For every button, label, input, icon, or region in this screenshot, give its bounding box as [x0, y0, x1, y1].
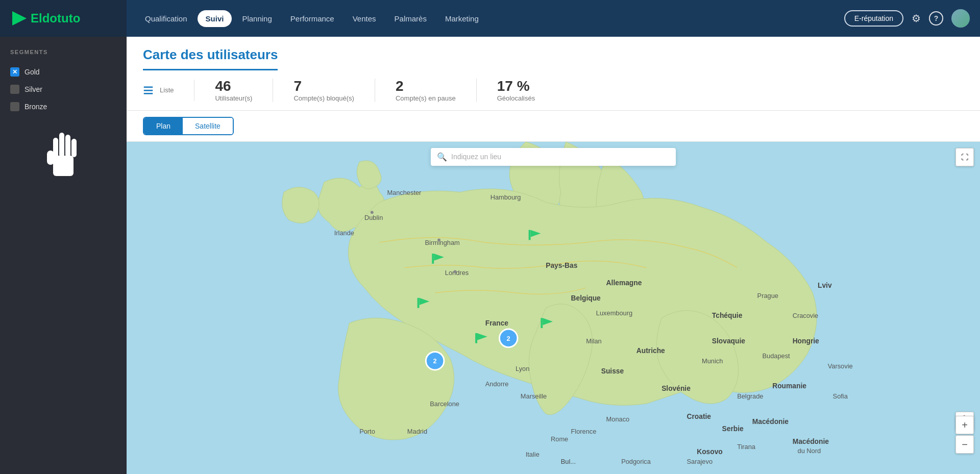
svg-text:Italie: Italie — [526, 450, 540, 458]
liste-label: Liste — [160, 86, 174, 94]
header: Eldotuto Qualification Suivi Planning Pe… — [0, 0, 980, 37]
bloques-label: Compte(s) bloqué(s) — [293, 94, 354, 102]
sidebar-item-silver[interactable]: Silver — [8, 81, 118, 98]
map-controls-bar: Plan Satellite — [127, 111, 980, 142]
svg-text:France: France — [485, 319, 509, 327]
page-header: Carte des utilisateurs — [127, 37, 980, 70]
svg-rect-61 — [529, 230, 531, 240]
svg-text:2: 2 — [507, 335, 510, 342]
svg-text:Kosovo: Kosovo — [697, 447, 723, 456]
svg-text:Prague: Prague — [757, 292, 778, 300]
svg-text:Sofia: Sofia — [833, 392, 848, 400]
svg-text:Macédonie: Macédonie — [793, 437, 829, 445]
pause-number: 2 — [396, 79, 456, 94]
svg-rect-4 — [71, 139, 77, 157]
segments-label: SEGMENTS — [8, 49, 118, 55]
svg-rect-5 — [47, 151, 54, 165]
svg-rect-63 — [418, 298, 420, 308]
content-area: Carte des utilisateurs ≡ Liste 46 Utilis… — [127, 37, 980, 474]
svg-text:Cracovie: Cracovie — [793, 312, 819, 319]
bloques-number: 7 — [293, 79, 354, 94]
svg-text:Florence: Florence — [571, 428, 597, 435]
satellite-toggle-button[interactable]: Satellite — [183, 118, 233, 134]
geolocal-label: Géolocalisés — [497, 94, 535, 102]
svg-text:Macédonie: Macédonie — [752, 417, 789, 425]
svg-point-13 — [454, 270, 457, 273]
svg-text:Allemagne: Allemagne — [606, 279, 642, 287]
sidebar-item-bronze[interactable]: Bronze — [8, 98, 118, 115]
svg-text:Milan: Milan — [586, 337, 602, 344]
svg-text:Londres: Londres — [445, 269, 469, 277]
help-icon[interactable]: ? — [929, 11, 943, 26]
svg-text:Madrid: Madrid — [407, 428, 427, 435]
svg-text:Porto: Porto — [359, 428, 375, 435]
main-nav: Qualification Suivi Planning Performance… — [137, 10, 844, 27]
svg-text:Tirana: Tirana — [737, 443, 756, 451]
silver-checkbox[interactable] — [10, 85, 19, 94]
plan-toggle-button[interactable]: Plan — [144, 118, 183, 134]
svg-text:du Nord: du Nord — [798, 447, 821, 455]
svg-point-9 — [371, 211, 374, 214]
page-title: Carte des utilisateurs — [143, 47, 278, 70]
svg-text:2: 2 — [433, 357, 437, 365]
map-container[interactable]: Irlande Dublin Birmingham Londres Manche… — [127, 142, 980, 474]
nav-suivi[interactable]: Suivi — [198, 10, 232, 27]
stats-row: ≡ Liste 46 Utilisateur(s) 7 Compte(s) bl… — [127, 70, 980, 111]
svg-point-11 — [437, 238, 440, 241]
svg-text:Hongrie: Hongrie — [793, 336, 819, 344]
nav-qualification[interactable]: Qualification — [137, 10, 195, 27]
svg-text:Munich: Munich — [702, 357, 723, 365]
sidebar: SEGMENTS ✕ Gold Silver Bronze — [0, 37, 127, 474]
main-layout: SEGMENTS ✕ Gold Silver Bronze — [0, 37, 980, 474]
svg-rect-2 — [59, 133, 64, 157]
gold-label: Gold — [24, 68, 40, 76]
map-search-input[interactable] — [451, 153, 670, 161]
svg-text:Slovénie: Slovénie — [662, 384, 691, 392]
nav-ventes[interactable]: Ventes — [345, 10, 384, 27]
svg-text:Belgique: Belgique — [571, 294, 601, 302]
svg-text:Lyon: Lyon — [516, 365, 529, 372]
svg-text:Dublin: Dublin — [364, 214, 383, 221]
map-search-bar: 🔍 — [431, 148, 676, 166]
svg-text:Bul...: Bul... — [561, 458, 576, 465]
svg-text:Lviv: Lviv — [818, 281, 832, 289]
svg-text:Manchester: Manchester — [387, 188, 422, 196]
gold-checkbox[interactable]: ✕ — [10, 67, 19, 77]
logo[interactable]: Eldotuto — [0, 0, 127, 37]
stat-liste[interactable]: ≡ Liste — [143, 80, 194, 101]
hand-cursor-icon — [43, 128, 84, 184]
svg-text:Suisse: Suisse — [601, 367, 624, 375]
bronze-label: Bronze — [24, 103, 47, 111]
svg-text:Monaco: Monaco — [606, 415, 630, 422]
cursor-illustration — [8, 128, 118, 184]
silver-label: Silver — [24, 85, 42, 93]
svg-text:Rome: Rome — [551, 435, 568, 443]
bronze-checkbox[interactable] — [10, 102, 19, 111]
list-icon: ≡ — [143, 80, 154, 101]
nav-palmares[interactable]: Palmarès — [386, 10, 435, 27]
nav-planning[interactable]: Planning — [234, 10, 280, 27]
sidebar-item-gold[interactable]: ✕ Gold — [8, 63, 118, 81]
pause-label: Compte(s) en pause — [396, 94, 456, 102]
search-icon: 🔍 — [437, 152, 447, 162]
svg-rect-59 — [432, 254, 434, 264]
nav-performance[interactable]: Performance — [282, 10, 342, 27]
stat-pause: 2 Compte(s) en pause — [396, 79, 477, 102]
fullscreen-button[interactable]: ⛶ — [955, 148, 974, 166]
svg-text:Serbie: Serbie — [722, 425, 744, 433]
svg-text:Sarajevo: Sarajevo — [687, 458, 713, 465]
ereputation-button[interactable]: E-réputation — [844, 10, 903, 27]
zoom-controls: + − — [955, 416, 974, 454]
avatar[interactable] — [951, 9, 970, 28]
zoom-out-button[interactable]: − — [955, 435, 974, 454]
settings-icon[interactable]: ⚙ — [912, 12, 921, 24]
svg-text:Irlande: Irlande — [334, 229, 354, 236]
svg-text:Andorre: Andorre — [485, 380, 509, 387]
svg-text:Budapest: Budapest — [762, 352, 790, 360]
zoom-in-button[interactable]: + — [955, 416, 974, 434]
svg-text:Belgrade: Belgrade — [737, 392, 763, 400]
svg-text:Varsovie: Varsovie — [828, 362, 853, 370]
nav-marketing[interactable]: Marketing — [437, 10, 487, 27]
svg-text:Autriche: Autriche — [636, 346, 665, 355]
svg-rect-67 — [541, 318, 543, 328]
